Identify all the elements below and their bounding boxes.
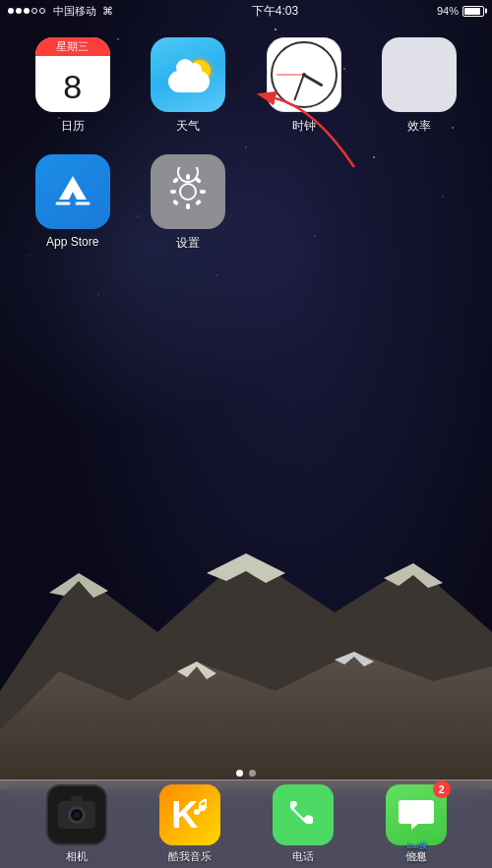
- battery-fill: [464, 8, 480, 15]
- calendar-day-number: 8: [63, 70, 82, 103]
- messages-dock-label: 信息: [405, 849, 427, 864]
- status-time: 下午4:03: [252, 3, 298, 20]
- messages-badge: 2: [433, 781, 451, 798]
- status-bar: 中国移动 ⌘ 下午4:03 94%: [0, 0, 492, 22]
- weather-label: 天气: [176, 118, 200, 135]
- battery-percent: 94%: [437, 5, 459, 17]
- messages-wrapper: 2: [386, 784, 447, 845]
- status-left: 中国移动 ⌘: [8, 4, 113, 19]
- app-efficiency[interactable]: 效率: [367, 37, 473, 135]
- camera-dock-label: 相机: [66, 849, 88, 864]
- appstore-svg: [49, 168, 96, 215]
- page-dot-1: [236, 770, 243, 777]
- app-clock[interactable]: 时钟: [251, 37, 357, 135]
- calendar-label: 日历: [61, 118, 85, 135]
- svg-rect-16: [172, 199, 179, 205]
- efficiency-icon: [382, 37, 457, 112]
- app-settings[interactable]: 设置: [136, 154, 242, 252]
- svg-rect-11: [186, 203, 190, 209]
- signal-dot-4: [31, 8, 37, 14]
- app-weather[interactable]: 天气: [136, 37, 242, 135]
- weather-icon: [151, 37, 225, 112]
- dock-phone[interactable]: 电话: [273, 784, 334, 864]
- clock-hour-hand: [303, 74, 323, 87]
- svg-rect-15: [195, 199, 202, 205]
- app-calendar[interactable]: 星期三 8 日历: [20, 37, 126, 135]
- gear-svg: [163, 167, 213, 216]
- signal-dot-3: [24, 8, 30, 14]
- kuwo-dock-label: 酷我音乐: [168, 849, 212, 864]
- appstore-icon: [35, 154, 110, 229]
- svg-text:K: K: [171, 794, 199, 836]
- svg-rect-10: [186, 174, 190, 180]
- page-dots: [0, 770, 492, 777]
- clock-center-dot: [302, 73, 306, 77]
- cloud-body: [168, 71, 210, 92]
- signal-dot-5: [39, 8, 45, 14]
- status-right: 94%: [437, 5, 484, 17]
- signal-dots: [8, 8, 45, 14]
- wifi-icon: ⌘: [102, 5, 113, 18]
- dock-messages[interactable]: 2 信息: [386, 784, 447, 864]
- weather-cloud: [163, 58, 213, 92]
- settings-label: 设置: [176, 235, 200, 252]
- clock-minute-hand: [293, 75, 304, 101]
- clock-icon: [267, 37, 341, 112]
- phone-dock-icon: [273, 784, 334, 845]
- appstore-label: App Store: [46, 235, 98, 249]
- svg-rect-14: [172, 177, 179, 184]
- camera-body: [58, 801, 95, 829]
- dock-camera[interactable]: 相机: [46, 784, 107, 864]
- phone-svg: [285, 797, 321, 833]
- battery-icon: [462, 6, 484, 17]
- svg-rect-12: [170, 190, 176, 194]
- signal-dot-2: [16, 8, 22, 14]
- calendar-icon: 星期三 8: [35, 37, 110, 112]
- kuwo-dock-icon: K: [159, 784, 220, 845]
- efficiency-label: 效率: [407, 118, 431, 135]
- svg-rect-13: [200, 190, 206, 194]
- clock-second-hand: [277, 75, 304, 76]
- svg-point-9: [180, 184, 196, 200]
- kuwo-svg: K: [159, 784, 220, 845]
- messages-svg: [397, 795, 436, 835]
- mountain-silhouette: [0, 514, 492, 789]
- app-appstore[interactable]: App Store: [20, 154, 126, 252]
- dock-kuwo[interactable]: K 酷我音乐: [159, 784, 220, 864]
- signal-dot-1: [8, 8, 14, 14]
- camera-lens: [68, 806, 86, 824]
- page-dot-2: [249, 770, 256, 777]
- camera-bump: [71, 796, 83, 802]
- clock-label: 时钟: [292, 118, 316, 135]
- clock-face: [271, 41, 338, 108]
- dock: 相机 K 酷我: [0, 780, 492, 868]
- settings-icon: [151, 154, 225, 229]
- calendar-day-of-week: 星期三: [35, 37, 110, 56]
- phone-dock-label: 电话: [292, 849, 314, 864]
- camera-dock-icon: [46, 784, 107, 845]
- carrier-label: 中国移动: [53, 4, 96, 19]
- app-grid: 星期三 8 日历 天气 时钟: [0, 28, 492, 261]
